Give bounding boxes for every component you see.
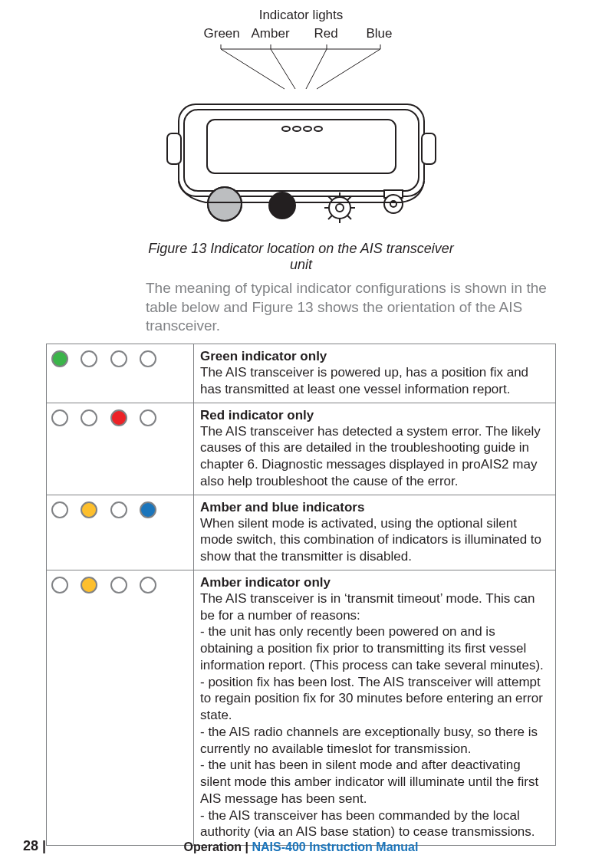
reason-item: - the unit has only recently been powere…: [200, 623, 549, 673]
row-desc: Amber indicator only The AIS transceiver…: [194, 570, 556, 845]
led-pattern-amber: [47, 570, 194, 845]
svg-point-17: [304, 127, 311, 131]
svg-point-33: [336, 204, 344, 212]
row-desc: Red indicator only The AIS transceiver h…: [194, 403, 556, 495]
page-footer: 28 | Operation | NAIS-400 Instruction Ma…: [0, 838, 602, 854]
label-amber: Amber: [252, 26, 290, 41]
led-off-icon: [81, 409, 97, 426]
row-title: Amber and blue indicators: [200, 500, 549, 515]
led-off-icon: [51, 577, 68, 593]
footer-center: Operation | NAIS-400 Instruction Manual: [184, 840, 419, 854]
device-illustration: [137, 89, 466, 235]
label-green: Green: [204, 26, 240, 41]
svg-line-29: [347, 215, 351, 219]
led-off-icon: [140, 577, 156, 593]
svg-rect-14: [207, 120, 396, 173]
row-desc: Amber and blue indicators When silent mo…: [194, 495, 556, 570]
led-off-icon: [81, 350, 97, 367]
intro-text: The meaning of typical indicator configu…: [146, 279, 556, 336]
led-pattern-red: [47, 403, 194, 495]
led-amber-icon: [81, 577, 97, 593]
row-body-intro: The AIS transceiver is in ‘transmit time…: [200, 591, 535, 623]
svg-point-16: [293, 127, 301, 131]
figure-caption: Figure 13 Indicator location on the AIS …: [137, 241, 466, 273]
indicator-labels: Green Amber Red Blue: [137, 25, 466, 44]
svg-point-23: [269, 192, 295, 219]
indicator-title: Indicator lights: [137, 8, 466, 23]
led-off-icon: [51, 409, 68, 426]
svg-point-18: [314, 127, 322, 131]
led-pattern-amber-blue: [47, 495, 194, 570]
led-off-icon: [110, 577, 127, 593]
reason-item: - the unit has been in silent mode and a…: [200, 757, 549, 807]
svg-line-30: [328, 215, 332, 219]
svg-line-10: [306, 49, 327, 89]
led-off-icon: [110, 350, 127, 367]
row-title: Amber indicator only: [200, 575, 549, 590]
reason-item: - the AIS transceiver has been commanded…: [200, 807, 549, 841]
led-green-icon: [51, 350, 68, 367]
reason-item: - the AIS radio channels are exceptional…: [200, 724, 549, 758]
row-body: When silent mode is activated, using the…: [200, 515, 549, 565]
led-off-icon: [140, 409, 156, 426]
table-row: Amber indicator only The AIS transceiver…: [47, 570, 556, 845]
row-body: The AIS transceiver has detected a syste…: [200, 423, 549, 490]
indicator-table: Green indicator only The AIS transceiver…: [46, 344, 556, 846]
led-blue-icon: [140, 501, 156, 518]
callout-lines: [137, 44, 466, 90]
row-body: The AIS transceiver is powered up, has a…: [200, 364, 549, 398]
svg-point-15: [282, 127, 290, 131]
indicator-diagram: Indicator lights Green Amber Red Blue: [137, 8, 466, 273]
row-body: The AIS transceiver is in ‘transmit time…: [200, 590, 549, 840]
led-pattern-green: [47, 344, 194, 403]
led-off-icon: [51, 501, 68, 518]
row-title: Red indicator only: [200, 408, 549, 423]
page-number: 28 |: [23, 838, 46, 853]
svg-line-8: [221, 49, 285, 89]
led-off-icon: [110, 501, 127, 518]
label-red: Red: [314, 26, 338, 41]
led-red-icon: [110, 409, 127, 426]
label-blue: Blue: [367, 26, 393, 41]
table-row: Amber and blue indicators When silent mo…: [47, 495, 556, 570]
footer-operation: Operation |: [184, 840, 252, 853]
row-title: Green indicator only: [200, 349, 549, 364]
led-amber-icon: [81, 501, 97, 518]
svg-rect-19: [167, 133, 181, 164]
led-off-icon: [140, 350, 156, 367]
row-desc: Green indicator only The AIS transceiver…: [194, 344, 556, 403]
svg-line-11: [317, 49, 380, 89]
table-row: Green indicator only The AIS transceiver…: [47, 344, 556, 403]
reason-item: - position fix has been lost. The AIS tr…: [200, 674, 549, 724]
svg-rect-20: [422, 133, 436, 164]
table-row: Red indicator only The AIS transceiver h…: [47, 403, 556, 495]
footer-manual: NAIS-400 Instruction Manual: [252, 840, 419, 853]
